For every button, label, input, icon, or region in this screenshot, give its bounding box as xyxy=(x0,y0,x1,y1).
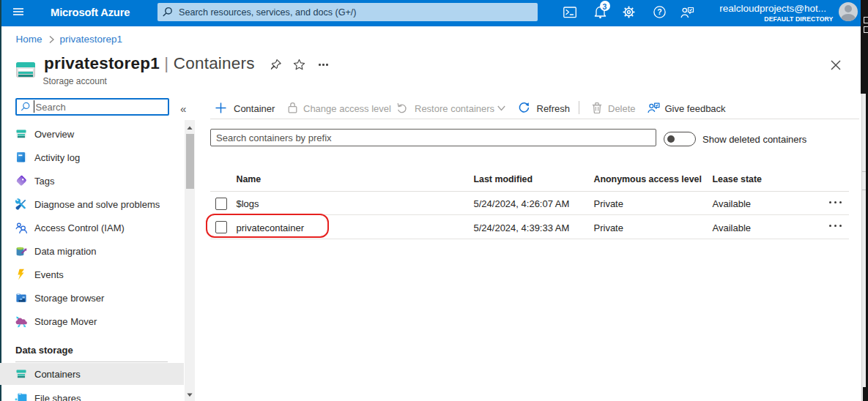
svg-text:?: ? xyxy=(657,7,661,16)
